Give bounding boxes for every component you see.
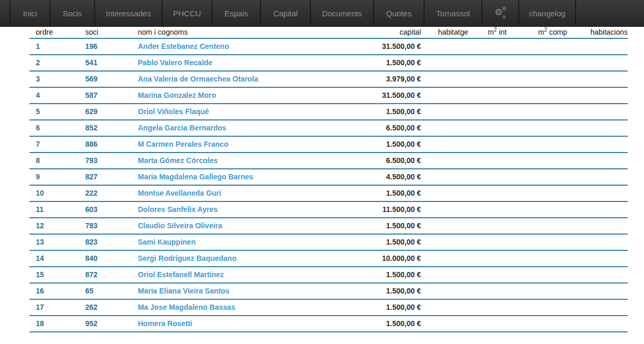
member-name-link[interactable]: Dolores Sanfelix Ayres [132,201,347,218]
nav-tab-quotes[interactable]: Quotes [373,0,424,26]
cell-ordre: 12 [29,218,79,234]
member-name-link[interactable]: Maria Eliana Vieira Santos [132,283,347,299]
cell-soci: 603 [79,201,132,218]
nav-tab-espais[interactable]: Espais [212,0,260,26]
cell-habitacions [567,169,628,185]
member-name-link[interactable]: Claudio Silveira Oliveira [132,218,347,234]
cell-ordre: 9 [29,169,79,185]
nav-tab-tornassol[interactable]: Tornassol [424,0,481,26]
table-row: 8 793 Marta Gómez Córcoles 6.500,00 € [29,153,628,169]
cell-capital: 1.500,00 € [347,299,421,316]
cell-soci: 629 [79,104,132,120]
member-name-link[interactable]: Ma Jose Magdaleno Bassas [132,299,347,316]
member-name-link[interactable]: Oriol Estefanell Martínez [132,267,347,283]
nav-right-filler [576,0,644,26]
table-row: 12 783 Claudio Silveira Oliveira 1.500,0… [29,218,628,234]
cell-soci: 222 [79,185,132,201]
table-row: 18 952 Homera Rosetti 1.500,00 € [29,316,628,332]
column-header-habitatge: habitatge [421,27,468,38]
nav-tab-label: Socis [63,9,82,18]
table-row: 10 222 Montse Avellaneda Guri 1.500,00 € [29,185,628,201]
cell-m2-comp [507,87,567,104]
cell-habitatge [421,185,468,201]
cell-m2-int [468,267,507,283]
table-row: 17 262 Ma Jose Magdaleno Bassas 1.500,00… [29,299,628,316]
cell-habitacions [567,283,628,299]
nav-tab-label: changelog [529,9,565,18]
cell-capital: 1.500,00 € [347,104,421,120]
cell-m2-comp [507,316,567,332]
nav-tab-phccu[interactable]: PHCCU [162,0,212,26]
nav-tab-label: Tornassol [436,9,470,18]
member-name-link[interactable]: Sergi Rodríguez Baquedano [132,250,347,267]
cell-ordre: 7 [29,136,79,153]
cell-m2-int [468,283,507,299]
column-header-m2-int: m2 int [468,27,507,38]
cell-habitacions [567,71,628,87]
member-name-link[interactable]: Ander Estebanez Centeno [132,38,347,55]
cell-soci: 827 [79,169,132,185]
cell-habitatge [421,38,468,55]
nav-tab-settings[interactable]: ⚙ ⚙ ⚙ [481,0,518,26]
nav-tab-changelog[interactable]: changelog [518,0,576,26]
cell-m2-int [468,316,507,332]
table-row: 13 823 Sami Kauppinen 1.500,00 € [29,234,628,250]
cell-ordre: 13 [29,234,79,250]
nav-tab-documents[interactable]: Documents [310,0,373,26]
table-row: 1 196 Ander Estebanez Centeno 31.500,00 … [29,38,628,55]
cell-m2-int [468,120,507,136]
cell-capital: 1.500,00 € [347,267,421,283]
cell-soci: 840 [79,250,132,267]
member-name-link[interactable]: Angela Garcia Bernardos [132,120,347,136]
cell-m2-int [468,201,507,218]
cell-capital: 3.979,00 € [347,71,421,87]
cell-habitatge [421,218,468,234]
cell-habitacions [567,201,628,218]
member-name-link[interactable]: Pablo Valero Recalde [132,55,347,71]
cell-capital: 1.500,00 € [347,283,421,299]
cell-capital: 1.500,00 € [347,234,421,250]
gears-icon: ⚙ ⚙ ⚙ [495,8,506,18]
cell-soci: 886 [79,136,132,153]
member-name-link[interactable]: Montse Avellaneda Guri [132,185,347,201]
table-row: 7 886 M Carmen Perales Franco 1.500,00 € [29,136,628,153]
nav-tab-inici[interactable]: Inici [9,0,49,26]
member-name-link[interactable]: Marta Gómez Córcoles [132,153,347,169]
cell-m2-int [468,87,507,104]
cell-ordre: 4 [29,87,79,104]
member-name-link[interactable]: Homera Rosetti [132,316,347,332]
cell-m2-int [468,55,507,71]
cell-m2-comp [507,169,567,185]
cell-habitacions [567,55,628,71]
member-name-link[interactable]: Sami Kauppinen [132,234,347,250]
member-name-link[interactable]: Maria Magdalena Gallego Barnes [132,169,347,185]
cell-m2-comp [507,136,567,153]
cell-habitacions [567,316,628,332]
cell-m2-int [468,234,507,250]
cell-soci: 587 [79,87,132,104]
cell-ordre: 18 [29,316,79,332]
cell-capital: 4.500,00 € [347,169,421,185]
nav-tab-capital[interactable]: Capital [260,0,310,26]
cell-capital: 10.000,00 € [347,250,421,267]
member-name-link[interactable]: Oriol Viñoles Flaqué [132,104,347,120]
table-row: 4 587 Marina Gonzalez Moro 31.500,00 € [29,87,628,104]
cell-m2-comp [507,185,567,201]
cell-habitatge [421,283,468,299]
cell-ordre: 11 [29,201,79,218]
member-name-link[interactable]: M Carmen Perales Franco [132,136,347,153]
nav-tab-socis[interactable]: Socis [49,0,94,26]
table-header-row: ordre soci nom i cognoms capital habitat… [29,27,628,38]
cell-capital: 31.500,00 € [347,87,421,104]
nav-tab-interessades[interactable]: Interessades [94,0,162,26]
cell-soci: 952 [79,316,132,332]
cell-m2-int [468,136,507,153]
member-name-link[interactable]: Ana Valeria de Ormaechea Otarola [132,71,347,87]
cell-m2-comp [507,201,567,218]
table-row: 15 872 Oriol Estefanell Martínez 1.500,0… [29,267,628,283]
member-name-link[interactable]: Marina Gonzalez Moro [132,87,347,104]
nav-left-spacer [0,0,9,26]
cell-ordre: 3 [29,71,79,87]
cell-habitacions [567,267,628,283]
cell-m2-int [468,38,507,55]
